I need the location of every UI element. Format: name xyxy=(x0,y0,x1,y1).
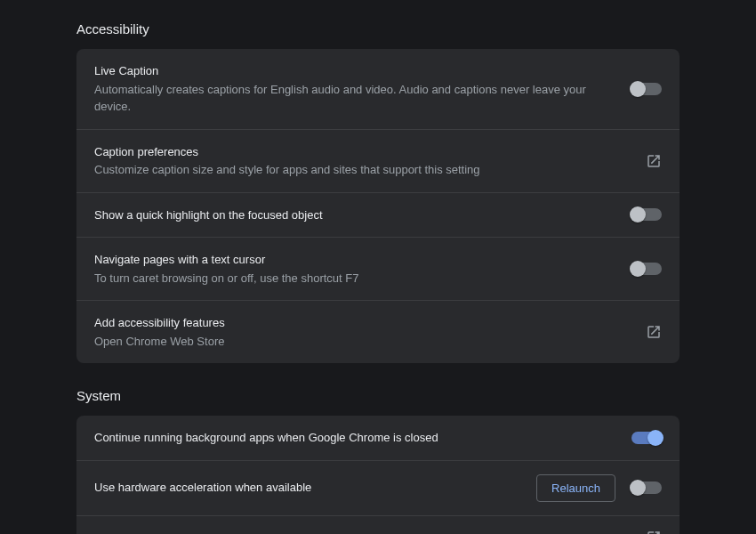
row-background-apps: Continue running background apps when Go… xyxy=(76,416,680,461)
relaunch-button[interactable]: Relaunch xyxy=(536,474,615,502)
row-hardware-acceleration: Use hardware acceleration when available… xyxy=(76,461,680,516)
caption-preferences-title: Caption preferences xyxy=(94,143,635,161)
hardware-acceleration-title: Use hardware acceleration when available xyxy=(94,479,526,497)
external-link-icon[interactable] xyxy=(646,324,662,340)
caret-browsing-title: Navigate pages with a text cursor xyxy=(94,251,621,269)
live-caption-toggle[interactable] xyxy=(631,83,662,95)
live-caption-desc: Automatically creates captions for Engli… xyxy=(94,81,621,116)
external-link-icon[interactable] xyxy=(646,153,662,169)
hardware-acceleration-toggle[interactable] xyxy=(631,481,662,494)
accessibility-card: Live Caption Automatically creates capti… xyxy=(76,49,680,363)
external-link-icon[interactable] xyxy=(646,530,662,534)
focus-highlight-toggle[interactable] xyxy=(631,208,662,221)
row-focus-highlight: Show a quick highlight on the focused ob… xyxy=(76,193,680,239)
section-heading-accessibility: Accessibility xyxy=(76,21,680,36)
system-card: Continue running background apps when Go… xyxy=(76,416,680,534)
row-add-accessibility-features[interactable]: Add accessibility features Open Chrome W… xyxy=(76,301,680,363)
add-features-title: Add accessibility features xyxy=(94,314,635,332)
background-apps-title: Continue running background apps when Go… xyxy=(94,429,621,447)
row-live-caption: Live Caption Automatically creates capti… xyxy=(76,49,680,130)
caret-browsing-toggle[interactable] xyxy=(631,263,662,275)
add-features-desc: Open Chrome Web Store xyxy=(94,333,635,351)
live-caption-title: Live Caption xyxy=(94,62,621,80)
caption-preferences-desc: Customize caption size and style for app… xyxy=(94,161,635,179)
proxy-settings-title: Open your computer's proxy settings xyxy=(94,530,635,535)
row-caption-preferences[interactable]: Caption preferences Customize caption si… xyxy=(76,130,680,193)
caret-browsing-desc: To turn caret browsing on or off, use th… xyxy=(94,270,621,287)
focus-highlight-title: Show a quick highlight on the focused ob… xyxy=(94,206,621,224)
row-caret-browsing: Navigate pages with a text cursor To tur… xyxy=(76,238,680,301)
section-heading-system: System xyxy=(76,388,680,403)
row-proxy-settings[interactable]: Open your computer's proxy settings xyxy=(76,516,680,535)
background-apps-toggle[interactable] xyxy=(631,432,662,444)
